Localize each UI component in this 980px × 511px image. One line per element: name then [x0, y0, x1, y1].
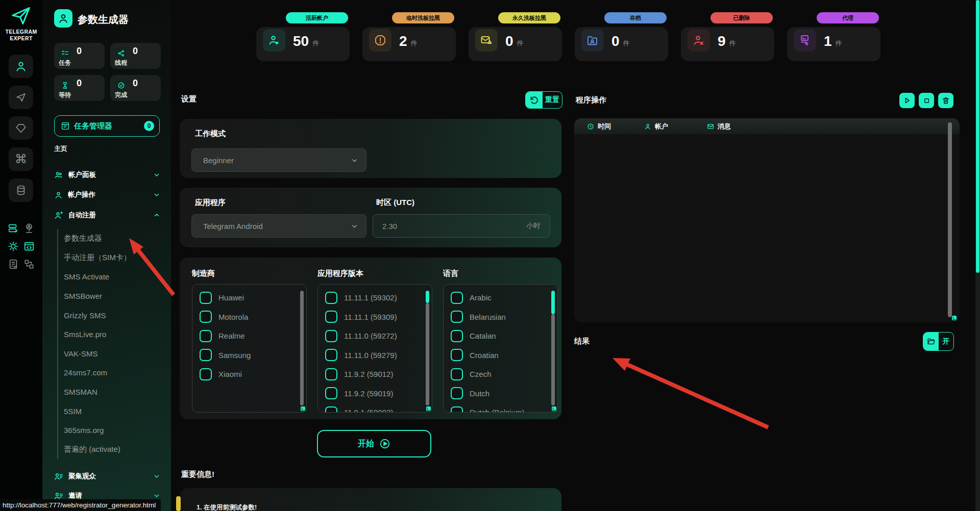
app-version-option[interactable]: 11.9.2 (59019) — [318, 384, 432, 403]
checkbox[interactable] — [200, 349, 212, 361]
rail-database-button[interactable] — [9, 178, 33, 202]
menu-item-gather-audience[interactable]: 聚集观众 — [54, 470, 160, 483]
stat-value: 0 — [505, 33, 513, 49]
language-option[interactable]: Dutch — [444, 384, 557, 403]
app-version-option[interactable]: 11.11.1 (59302) — [318, 288, 432, 308]
checkbox[interactable] — [325, 311, 337, 323]
submenu-item[interactable]: 24sms7.com — [58, 363, 172, 382]
clear-button[interactable] — [938, 93, 953, 108]
resize-handle[interactable] — [301, 406, 305, 411]
column-message[interactable]: 消息 — [707, 122, 731, 131]
submenu-item[interactable]: Grizzly SMS — [58, 305, 172, 325]
checkbox[interactable] — [451, 330, 463, 342]
checkbox[interactable] — [325, 292, 337, 304]
column-time[interactable]: 时间 — [587, 122, 611, 131]
checkbox[interactable] — [325, 349, 337, 361]
server-check-icon[interactable] — [7, 222, 19, 235]
manufacturer-option[interactable]: Xiaomi — [192, 365, 306, 384]
rail-commands-button[interactable]: ⌘ — [9, 147, 33, 171]
rail-accounts-button[interactable] — [9, 55, 33, 78]
status-url: http://localhost:777/web/registrator_gen… — [3, 501, 156, 509]
resize-handle[interactable] — [426, 406, 431, 411]
manufacturer-option[interactable]: Samsung — [192, 346, 306, 365]
stat-card-proxy: 代理 1件 — [787, 27, 880, 61]
submenu-item[interactable]: SMS Activate — [58, 267, 172, 287]
resize-handle[interactable] — [552, 406, 556, 411]
swap-boxes-icon[interactable] — [23, 258, 35, 270]
document-check-icon[interactable] — [7, 258, 19, 270]
checkbox[interactable] — [200, 292, 212, 304]
language-option[interactable]: Catalan — [444, 326, 557, 346]
submenu-item[interactable]: SMSBower — [58, 287, 172, 306]
checkbox[interactable] — [451, 349, 463, 361]
manufacturer-option[interactable]: Huawei — [192, 288, 306, 308]
scrollbar-thumb[interactable] — [426, 291, 429, 303]
resize-handle[interactable] — [952, 316, 957, 320]
run-button[interactable] — [899, 93, 915, 108]
scrollbar[interactable] — [300, 291, 304, 405]
timezone-input[interactable]: 2.30 小时 — [373, 214, 550, 238]
rail-send-button[interactable] — [9, 86, 33, 109]
checkbox[interactable] — [451, 368, 463, 380]
checkbox[interactable] — [325, 406, 337, 413]
start-button[interactable]: 开始 — [317, 430, 431, 457]
person-plus-icon — [54, 211, 63, 220]
checkbox[interactable] — [200, 330, 212, 342]
reset-button[interactable]: 重置 — [525, 91, 562, 109]
language-option[interactable]: Croatian — [444, 346, 557, 365]
app-version-option[interactable]: 11.11.0 (59272) — [318, 326, 432, 346]
app-version-option[interactable]: 11.11.1 (59309) — [318, 308, 432, 327]
submenu-item[interactable]: 5SIM — [58, 401, 172, 421]
checkbox[interactable] — [451, 406, 463, 413]
webcam-account-icon[interactable] — [23, 222, 35, 235]
hourglass-icon — [59, 79, 71, 92]
checkbox[interactable] — [200, 368, 212, 380]
application-select[interactable]: Telegram Android — [191, 214, 366, 238]
scrollbar[interactable] — [948, 122, 952, 317]
option-label: 11.9.1 (59002) — [344, 408, 393, 413]
stat-value: 0 — [77, 78, 82, 89]
column-account[interactable]: 帐户 — [644, 122, 668, 131]
stat-card-deleted: 已删除 9件 — [681, 27, 774, 61]
code-window-icon[interactable] — [23, 240, 35, 252]
checkbox[interactable] — [451, 387, 463, 399]
settings-gear-icon[interactable] — [7, 240, 19, 252]
checkbox[interactable] — [325, 368, 337, 380]
submenu-item[interactable]: 参数生成器 — [58, 229, 172, 248]
checkbox[interactable] — [451, 311, 463, 323]
scrollbar-thumb[interactable] — [551, 291, 555, 314]
page-scrollbar-thumb[interactable] — [976, 0, 979, 273]
app-version-option[interactable]: 11.9.2 (59012) — [318, 365, 432, 384]
page-scrollbar[interactable] — [975, 0, 980, 511]
rail-premium-button[interactable] — [9, 116, 33, 140]
checkbox[interactable] — [325, 330, 337, 342]
language-option[interactable]: Belarusian — [444, 308, 557, 327]
submenu-item[interactable]: VAK-SMS — [58, 344, 172, 364]
scrollbar[interactable] — [551, 314, 555, 405]
menu-item-account-panel[interactable]: 帐户面板 — [54, 168, 160, 182]
open-results-button[interactable]: 开 — [923, 332, 954, 351]
app-version-option[interactable]: 11.11.0 (59279) — [318, 346, 432, 365]
language-option[interactable]: Czech — [444, 365, 557, 384]
chevron-down-icon — [351, 223, 358, 229]
submenu-item[interactable]: SMSMAN — [58, 382, 172, 402]
manufacturer-option[interactable]: Realme — [192, 326, 306, 346]
submenu-item[interactable]: 365sms.org — [58, 421, 172, 440]
task-manager-button[interactable]: 任务管理器 0 — [54, 115, 160, 137]
language-option[interactable]: Arabic — [444, 288, 557, 308]
work-mode-select[interactable]: Beginner — [191, 148, 366, 172]
menu-item-auto-registration[interactable]: 自动注册 — [54, 209, 160, 222]
app-version-option[interactable]: 11.9.1 (59002) — [318, 403, 432, 413]
menu-item-account-actions[interactable]: 帐户操作 — [54, 188, 160, 201]
submenu-item[interactable]: 普遍的 (activate) — [58, 440, 172, 459]
option-label: Czech — [470, 370, 492, 378]
scrollbar[interactable] — [426, 303, 429, 405]
language-option[interactable]: Dutch (Belgium) — [444, 403, 557, 413]
submenu-item[interactable]: SmsLive.pro — [58, 325, 172, 344]
checkbox[interactable] — [451, 292, 463, 304]
checkbox[interactable] — [200, 311, 212, 323]
manufacturer-option[interactable]: Motorola — [192, 308, 306, 327]
checkbox[interactable] — [325, 387, 337, 399]
submenu-item[interactable]: 手动注册（SIM卡） — [58, 248, 172, 268]
stop-button[interactable] — [919, 93, 934, 108]
